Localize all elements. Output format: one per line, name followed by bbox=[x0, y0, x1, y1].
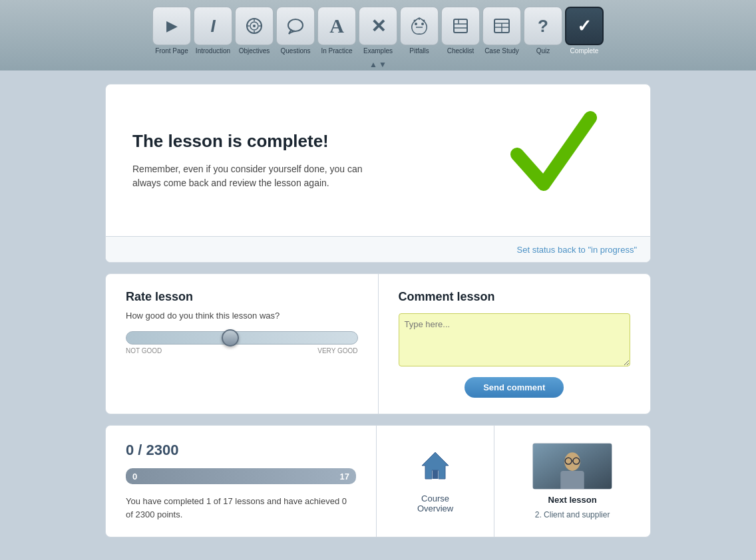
svg-point-10 bbox=[414, 20, 416, 22]
complete-card: The lesson is complete! Remember, even i… bbox=[105, 84, 651, 263]
nav-icon-checklist[interactable] bbox=[441, 7, 480, 45]
next-lesson-sublabel: 2. Client and supplier bbox=[535, 510, 610, 519]
nav-label-case-study: Case Study bbox=[484, 47, 519, 57]
rate-title: Rate lesson bbox=[126, 290, 358, 304]
nav-label-front-page: Front Page bbox=[155, 47, 188, 57]
nav-label-complete: Complete bbox=[570, 47, 599, 57]
svg-point-7 bbox=[288, 19, 303, 31]
nav-label-in-practice: In Practice bbox=[321, 47, 352, 57]
nav-item-examples[interactable]: ✕ Examples bbox=[359, 7, 397, 57]
nav-label-quiz: Quiz bbox=[536, 47, 550, 57]
nav-label-questions: Questions bbox=[280, 47, 310, 57]
comment-title: Comment lesson bbox=[399, 290, 631, 304]
nav-icons: ▶ Front Page I Introduction Objectives Q… bbox=[152, 7, 604, 57]
rate-section: Rate lesson How good do you think this l… bbox=[106, 274, 379, 414]
nav-item-checklist[interactable]: Checklist bbox=[441, 7, 480, 57]
svg-rect-14 bbox=[454, 19, 467, 33]
next-lesson-section[interactable]: Next lesson 2. Client and supplier bbox=[494, 426, 650, 537]
nav-item-quiz[interactable]: ? Quiz bbox=[524, 7, 562, 57]
rate-comment-card: Rate lesson How good do you think this l… bbox=[105, 273, 651, 414]
nav-arrows[interactable]: ▲ ▼ bbox=[369, 60, 387, 69]
slider-max-label: VERY GOOD bbox=[317, 347, 357, 354]
slider-track[interactable] bbox=[126, 331, 358, 345]
nav-icon-in-practice[interactable]: A bbox=[317, 7, 356, 45]
nav-item-pitfalls[interactable]: Pitfalls bbox=[400, 7, 439, 57]
progress-bar-container: 0 17 bbox=[126, 468, 356, 484]
nav-icon-case-study[interactable] bbox=[482, 7, 521, 45]
progress-section: 0 / 2300 0 17 You have completed 1 of 17… bbox=[106, 426, 377, 537]
svg-point-8 bbox=[415, 23, 417, 25]
set-status-link[interactable]: Set status back to "in progress" bbox=[517, 245, 637, 255]
nav-label-objectives: Objectives bbox=[239, 47, 270, 57]
svg-point-2 bbox=[253, 25, 256, 27]
comment-section: Comment lesson Send comment bbox=[379, 274, 651, 414]
nav-icon-examples[interactable]: ✕ bbox=[359, 7, 397, 45]
slider-thumb[interactable] bbox=[222, 329, 239, 347]
house-icon bbox=[419, 449, 452, 488]
next-lesson-label: Next lesson bbox=[548, 495, 597, 505]
nav-arrow-up[interactable]: ▲ bbox=[369, 60, 377, 69]
nav-item-case-study[interactable]: Case Study bbox=[482, 7, 521, 57]
complete-title: The lesson is complete! bbox=[132, 131, 385, 152]
slider-container: NOT GOOD VERY GOOD bbox=[126, 331, 358, 354]
course-overview-section[interactable]: CourseOverview bbox=[377, 426, 494, 537]
slider-min-label: NOT GOOD bbox=[126, 347, 162, 354]
main-content: The lesson is complete! Remember, even i… bbox=[105, 84, 651, 537]
progress-description: You have completed 1 of 17 lessons and h… bbox=[126, 495, 356, 521]
nav-bar: ▶ Front Page I Introduction Objectives Q… bbox=[0, 0, 756, 70]
nav-icon-complete[interactable]: ✓ bbox=[565, 7, 604, 45]
nav-item-objectives[interactable]: Objectives bbox=[235, 7, 274, 57]
svg-point-9 bbox=[421, 23, 424, 25]
nav-icon-front-page[interactable]: ▶ bbox=[152, 7, 191, 45]
course-overview-label: CourseOverview bbox=[417, 493, 453, 513]
progress-score: 0 / 2300 bbox=[126, 442, 356, 459]
nav-icon-quiz[interactable]: ? bbox=[524, 7, 562, 45]
slider-labels: NOT GOOD VERY GOOD bbox=[126, 347, 358, 354]
send-comment-button[interactable]: Send comment bbox=[465, 377, 564, 398]
nav-item-questions[interactable]: Questions bbox=[276, 7, 315, 57]
nav-icon-questions[interactable] bbox=[276, 7, 315, 45]
rate-description: How good do you think this lesson was? bbox=[126, 311, 358, 321]
svg-point-11 bbox=[423, 20, 425, 22]
nav-arrow-down[interactable]: ▼ bbox=[379, 60, 387, 69]
nav-item-in-practice[interactable]: A In Practice bbox=[317, 7, 356, 57]
comment-textarea[interactable] bbox=[399, 313, 631, 366]
complete-card-body: The lesson is complete! Remember, even i… bbox=[106, 84, 650, 236]
progress-card: 0 / 2300 0 17 You have completed 1 of 17… bbox=[105, 425, 651, 537]
nav-label-examples: Examples bbox=[363, 47, 393, 57]
svg-rect-27 bbox=[560, 471, 584, 490]
complete-card-footer: Set status back to "in progress" bbox=[106, 236, 650, 262]
nav-label-checklist: Checklist bbox=[447, 47, 474, 57]
nav-item-complete[interactable]: ✓ Complete bbox=[565, 7, 604, 57]
next-lesson-thumbnail bbox=[532, 443, 612, 490]
nav-icon-objectives[interactable] bbox=[235, 7, 274, 45]
nav-label-introduction: Introduction bbox=[196, 47, 230, 57]
checkmark-container bbox=[510, 104, 624, 216]
svg-rect-23 bbox=[433, 470, 438, 479]
nav-icon-pitfalls[interactable] bbox=[400, 7, 439, 45]
nav-label-pitfalls: Pitfalls bbox=[409, 47, 429, 57]
complete-subtitle: Remember, even if you consider yourself … bbox=[132, 162, 385, 190]
nav-item-front-page[interactable]: ▶ Front Page bbox=[152, 7, 191, 57]
svg-point-26 bbox=[564, 452, 580, 471]
nav-icon-introduction[interactable]: I bbox=[194, 7, 232, 45]
complete-text: The lesson is complete! Remember, even i… bbox=[132, 131, 385, 190]
nav-item-introduction[interactable]: I Introduction bbox=[194, 7, 232, 57]
progress-bar-right: 17 bbox=[340, 472, 349, 482]
progress-bar-left: 0 bbox=[132, 472, 137, 482]
